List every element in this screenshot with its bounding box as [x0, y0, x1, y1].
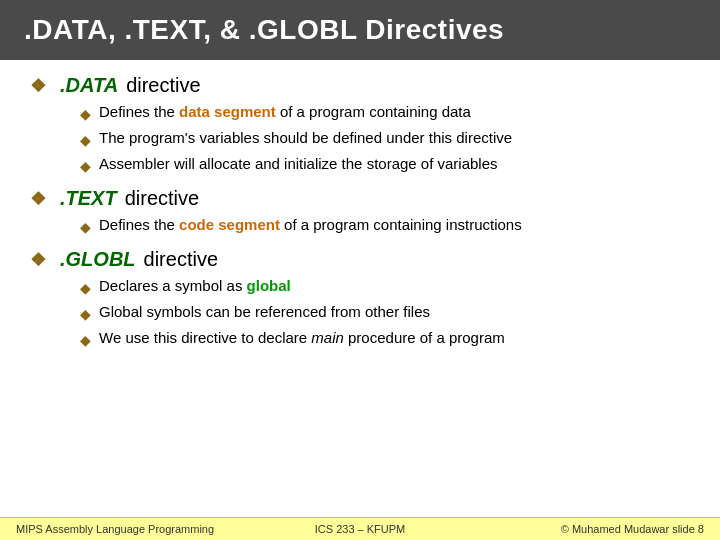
bullet-diamond: ◆ — [80, 104, 91, 125]
text-v-diamond: ❖ — [30, 188, 46, 210]
list-item: ◆ Declares a symbol as global — [80, 275, 690, 299]
list-item: ◆ Defines the code segment of a program … — [80, 214, 690, 238]
bullet-diamond: ◆ — [80, 330, 91, 351]
title-text: .DATA, .TEXT, & .GLOBL Directives — [24, 14, 504, 45]
text-keyword: .TEXT — [60, 187, 117, 210]
list-item: ◆ We use this directive to declare main … — [80, 327, 690, 351]
globl-bullets: ◆ Declares a symbol as global ◆ Global s… — [80, 275, 690, 351]
bullet-text: Defines the data segment of a program co… — [99, 101, 471, 124]
footer-right: © Muhamed Mudawar slide 8 — [475, 523, 704, 535]
data-keyword: .DATA — [60, 74, 118, 97]
data-bullets: ◆ Defines the data segment of a program … — [80, 101, 690, 177]
bullet-diamond: ◆ — [80, 217, 91, 238]
bullet-text: Assembler will allocate and initialize t… — [99, 153, 498, 176]
code-segment-highlight: code segment — [179, 216, 280, 233]
data-label: directive — [126, 74, 200, 97]
globl-section-header: ❖ .GLOBL directive — [30, 248, 690, 271]
bullet-diamond: ◆ — [80, 130, 91, 151]
slide-footer: MIPS Assembly Language Programming ICS 2… — [0, 517, 720, 540]
list-item: ◆ Assembler will allocate and initialize… — [80, 153, 690, 177]
bullet-diamond: ◆ — [80, 278, 91, 299]
bullet-diamond: ◆ — [80, 156, 91, 177]
text-label: directive — [125, 187, 199, 210]
main-italic: main — [311, 329, 344, 346]
slide: .DATA, .TEXT, & .GLOBL Directives ❖ .DAT… — [0, 0, 720, 540]
text-section: ❖ .TEXT directive ◆ Defines the code seg… — [30, 187, 690, 238]
global-highlight: global — [247, 277, 291, 294]
data-v-diamond: ❖ — [30, 75, 46, 97]
globl-v-diamond: ❖ — [30, 249, 46, 271]
bullet-text: We use this directive to declare main pr… — [99, 327, 505, 350]
slide-content: ❖ .DATA directive ◆ Defines the data seg… — [0, 60, 720, 517]
slide-title: .DATA, .TEXT, & .GLOBL Directives — [0, 0, 720, 60]
list-item: ◆ Global symbols can be referenced from … — [80, 301, 690, 325]
footer-center: ICS 233 – KFUPM — [245, 523, 474, 535]
data-section: ❖ .DATA directive ◆ Defines the data seg… — [30, 74, 690, 177]
data-segment-highlight: data segment — [179, 103, 276, 120]
bullet-diamond: ◆ — [80, 304, 91, 325]
bullet-text: Defines the code segment of a program co… — [99, 214, 522, 237]
globl-keyword: .GLOBL — [60, 248, 136, 271]
globl-section: ❖ .GLOBL directive ◆ Declares a symbol a… — [30, 248, 690, 351]
globl-label: directive — [144, 248, 218, 271]
footer-left: MIPS Assembly Language Programming — [16, 523, 245, 535]
bullet-text: Declares a symbol as global — [99, 275, 291, 298]
list-item: ◆ The program's variables should be defi… — [80, 127, 690, 151]
bullet-text: The program's variables should be define… — [99, 127, 512, 150]
data-section-header: ❖ .DATA directive — [30, 74, 690, 97]
text-bullets: ◆ Defines the code segment of a program … — [80, 214, 690, 238]
bullet-text: Global symbols can be referenced from ot… — [99, 301, 430, 324]
text-section-header: ❖ .TEXT directive — [30, 187, 690, 210]
list-item: ◆ Defines the data segment of a program … — [80, 101, 690, 125]
